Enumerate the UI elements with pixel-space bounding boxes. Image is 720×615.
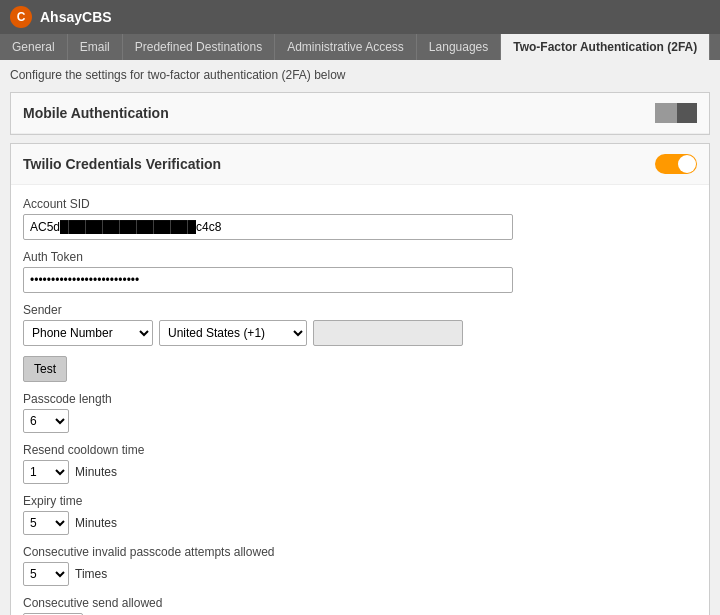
twilio-header: Twilio Credentials Verification (11, 144, 709, 185)
consec-send-group: Consecutive send allowed 3 4 5 6 10 Time… (23, 596, 697, 615)
test-button-group: Test (23, 356, 697, 382)
tab-predefined-destinations[interactable]: Predefined Destinations (123, 34, 275, 60)
toggle-off-knob (677, 103, 697, 123)
sender-phone-input[interactable] (313, 320, 463, 346)
resend-cooldown-row: 1 2 3 5 10 Minutes (23, 460, 697, 484)
passcode-length-group: Passcode length 4 5 6 7 8 (23, 392, 697, 433)
tab-2fa[interactable]: Two-Factor Authentication (2FA) (501, 34, 710, 60)
passcode-length-label: Passcode length (23, 392, 697, 406)
expiry-time-label: Expiry time (23, 494, 697, 508)
app-header: C AhsayCBS (0, 0, 720, 34)
expiry-time-row: 1 2 3 5 10 15 Minutes (23, 511, 697, 535)
sender-type-select[interactable]: Phone Number Alphanumeric (23, 320, 153, 346)
mobile-auth-title: Mobile Authentication (23, 105, 169, 121)
nav-tabs: General Email Predefined Destinations Ad… (0, 34, 720, 60)
app-logo: C (10, 6, 32, 28)
mobile-auth-section: Mobile Authentication (10, 92, 710, 135)
toggle-on-track (655, 154, 697, 174)
twilio-section: Twilio Credentials Verification Account … (10, 143, 710, 615)
resend-cooldown-label: Resend cooldown time (23, 443, 697, 457)
expiry-time-group: Expiry time 1 2 3 5 10 15 Minutes (23, 494, 697, 535)
sender-country-select[interactable]: United States (+1) United Kingdom (+44) … (159, 320, 307, 346)
toggle-off-track (655, 103, 697, 123)
sender-group: Sender Phone Number Alphanumeric United … (23, 303, 697, 346)
toggle-on-knob (678, 155, 696, 173)
resend-cooldown-group: Resend cooldown time 1 2 3 5 10 Minutes (23, 443, 697, 484)
resend-cooldown-unit: Minutes (75, 465, 117, 479)
expiry-time-unit: Minutes (75, 516, 117, 530)
tab-administrative-access[interactable]: Administrative Access (275, 34, 417, 60)
auth-token-group: Auth Token (23, 250, 697, 293)
auth-token-input[interactable] (23, 267, 513, 293)
account-sid-input[interactable] (23, 214, 513, 240)
consec-send-label: Consecutive send allowed (23, 596, 697, 610)
app-title: AhsayCBS (40, 9, 112, 25)
account-sid-label: Account SID (23, 197, 697, 211)
passcode-length-row: 4 5 6 7 8 (23, 409, 697, 433)
sender-label: Sender (23, 303, 697, 317)
tab-email[interactable]: Email (68, 34, 123, 60)
invalid-attempts-label: Consecutive invalid passcode attempts al… (23, 545, 697, 559)
invalid-attempts-select[interactable]: 3 4 5 6 10 (23, 562, 69, 586)
mobile-auth-header: Mobile Authentication (11, 93, 709, 134)
twilio-title: Twilio Credentials Verification (23, 156, 221, 172)
twilio-toggle[interactable] (655, 154, 697, 174)
content-area: Configure the settings for two-factor au… (0, 60, 720, 615)
account-sid-group: Account SID (23, 197, 697, 240)
resend-cooldown-select[interactable]: 1 2 3 5 10 (23, 460, 69, 484)
page-subtitle: Configure the settings for two-factor au… (10, 68, 710, 82)
auth-token-label: Auth Token (23, 250, 697, 264)
invalid-attempts-unit: Times (75, 567, 107, 581)
mobile-auth-toggle[interactable] (655, 103, 697, 123)
invalid-attempts-group: Consecutive invalid passcode attempts al… (23, 545, 697, 586)
passcode-length-select[interactable]: 4 5 6 7 8 (23, 409, 69, 433)
sender-row: Phone Number Alphanumeric United States … (23, 320, 697, 346)
invalid-attempts-row: 3 4 5 6 10 Times (23, 562, 697, 586)
tab-languages[interactable]: Languages (417, 34, 501, 60)
expiry-time-select[interactable]: 1 2 3 5 10 15 (23, 511, 69, 535)
test-button[interactable]: Test (23, 356, 67, 382)
twilio-body: Account SID Auth Token Sender Phone Numb… (11, 185, 709, 615)
tab-general[interactable]: General (0, 34, 68, 60)
